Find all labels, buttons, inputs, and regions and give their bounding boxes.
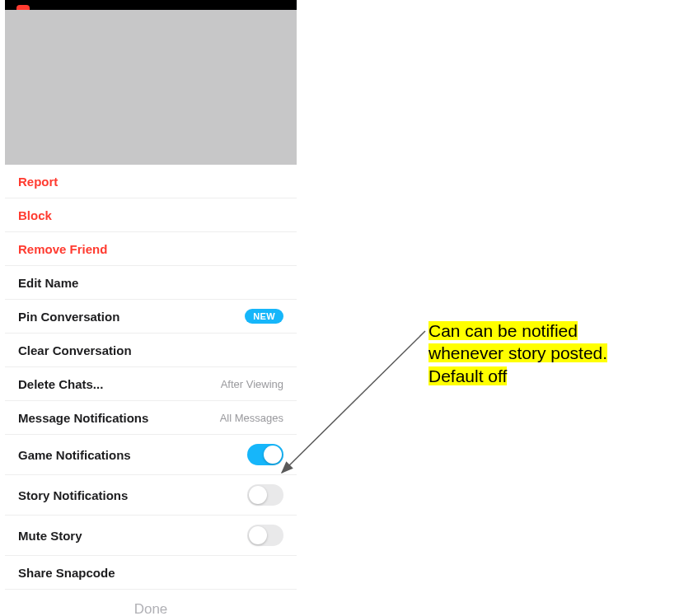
menu-value: After Viewing: [221, 378, 283, 390]
new-badge: NEW: [245, 309, 283, 324]
menu-block[interactable]: Block: [5, 198, 297, 232]
annotation-line: whenever story posted.: [428, 343, 607, 362]
menu-story-notifications: Story Notifications: [5, 475, 297, 516]
menu-mute-story: Mute Story: [5, 516, 297, 556]
toggle-knob: [249, 526, 267, 544]
menu-edit-name[interactable]: Edit Name: [5, 266, 297, 300]
menu-remove-friend[interactable]: Remove Friend: [5, 232, 297, 266]
svg-line-1: [282, 331, 425, 473]
toggle-story-notifications[interactable]: [247, 484, 283, 506]
menu-share-snapcode[interactable]: Share Snapcode: [5, 556, 297, 590]
toggle-game-notifications[interactable]: [247, 444, 283, 465]
menu-report[interactable]: Report: [5, 165, 297, 198]
menu-label: Report: [18, 175, 58, 189]
annotation-arrow: [277, 326, 433, 483]
menu-value: All Messages: [220, 412, 283, 424]
annotation-text: Can can be notified whenever story poste…: [428, 320, 607, 387]
menu-delete-chats[interactable]: Delete Chats... After Viewing: [5, 367, 297, 401]
snapcode-preview: [5, 10, 297, 165]
toggle-knob: [264, 446, 282, 464]
toggle-mute-story[interactable]: [247, 525, 283, 546]
menu-label: Mute Story: [18, 529, 82, 543]
menu-label: Delete Chats...: [18, 377, 103, 391]
annotation-line: Default off: [428, 366, 507, 385]
phone-frame: Report Block Remove Friend Edit Name Pin…: [5, 0, 297, 616]
status-bar: [5, 0, 297, 10]
menu-label: Game Notifications: [18, 448, 131, 462]
menu-label: Remove Friend: [18, 242, 107, 256]
menu-pin-conversation[interactable]: Pin Conversation NEW: [5, 300, 297, 334]
menu-label: Pin Conversation: [18, 310, 119, 324]
menu-label: Edit Name: [18, 276, 78, 290]
menu-message-notifications[interactable]: Message Notifications All Messages: [5, 401, 297, 435]
menu-label: Story Notifications: [18, 488, 128, 502]
menu-label: Block: [18, 208, 52, 222]
menu-label: Message Notifications: [18, 411, 148, 425]
menu-clear-conversation[interactable]: Clear Conversation: [5, 334, 297, 367]
annotation-line: Can can be notified: [428, 321, 578, 340]
menu-label: Clear Conversation: [18, 343, 132, 357]
done-button[interactable]: Done: [5, 590, 297, 616]
menu-list: Report Block Remove Friend Edit Name Pin…: [5, 165, 297, 616]
menu-game-notifications: Game Notifications: [5, 435, 297, 475]
toggle-knob: [249, 486, 267, 504]
menu-label: Share Snapcode: [18, 566, 115, 580]
